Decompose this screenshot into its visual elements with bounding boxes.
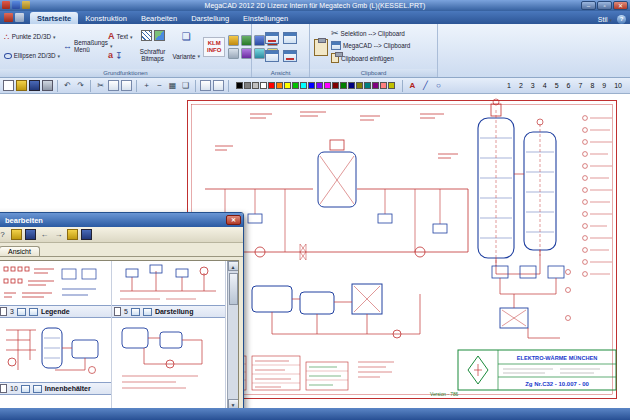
dialog-title-bar[interactable]: bearbeiten ✕: [0, 213, 243, 227]
dialog-scrollbar[interactable]: ▲ ▼: [227, 261, 238, 409]
tab-konstruktion[interactable]: Konstruktion: [78, 12, 134, 24]
zoom-out-icon[interactable]: −: [154, 80, 165, 91]
variant-preview-innenbehaelter[interactable]: [0, 318, 111, 382]
mini-tool-icon[interactable]: [241, 35, 252, 46]
copy-icon[interactable]: [108, 80, 119, 91]
dialog-save2-icon[interactable]: [81, 229, 92, 240]
maximize-button[interactable]: ▫: [597, 1, 612, 10]
circle-tool-icon[interactable]: ○: [433, 80, 444, 91]
save-icon[interactable]: [29, 80, 40, 91]
color-swatch[interactable]: [244, 82, 251, 89]
text-tool-icon[interactable]: A: [407, 80, 418, 91]
close-button[interactable]: ✕: [613, 1, 628, 10]
print-flag-icon[interactable]: [33, 385, 42, 393]
visibility-icon[interactable]: [21, 385, 30, 393]
color-swatch[interactable]: [340, 82, 347, 89]
color-swatch[interactable]: [300, 82, 307, 89]
line-tool-icon[interactable]: ╱: [420, 80, 431, 91]
schraffur-button[interactable]: [141, 30, 165, 41]
drawing-canvas[interactable]: ELEKTRO-WÄRME MÜNCHEN Zg Nr.C32 - 10.007…: [0, 94, 630, 408]
layers-icon[interactable]: ❏: [180, 80, 191, 91]
app-menu-icon2[interactable]: [15, 13, 24, 22]
variante-button[interactable]: ❏: [182, 32, 191, 42]
clipboard-icon[interactable]: [314, 39, 328, 56]
print-flag-icon[interactable]: [29, 308, 38, 316]
dialog-help-icon[interactable]: ?: [0, 229, 8, 240]
dialog-forward-icon[interactable]: →: [53, 229, 64, 240]
color-swatch[interactable]: [268, 82, 275, 89]
print-icon[interactable]: [42, 80, 53, 91]
redo-icon[interactable]: ↷: [75, 80, 86, 91]
color-swatch[interactable]: [260, 82, 267, 89]
color-swatch[interactable]: [316, 82, 323, 89]
color-swatch[interactable]: [308, 82, 315, 89]
leader-icon[interactable]: ↧: [115, 52, 123, 60]
dialog-tab-ansicht[interactable]: Ansicht: [0, 246, 40, 256]
color-swatch[interactable]: [380, 82, 387, 89]
print-flag-icon[interactable]: [143, 308, 152, 316]
color-swatch[interactable]: [364, 82, 371, 89]
view-window-icon[interactable]: [283, 32, 297, 44]
tab-startseite[interactable]: Startseite: [30, 12, 78, 24]
mini-tool-icon[interactable]: [228, 48, 239, 59]
new-file-icon[interactable]: [3, 80, 14, 91]
clipboard-einfuegen-button[interactable]: Clipboard einfügen: [331, 53, 410, 63]
dialog-save-icon[interactable]: [25, 229, 36, 240]
dialog-close-button[interactable]: ✕: [226, 215, 241, 225]
minimize-button[interactable]: –: [581, 1, 596, 10]
view-refresh-icon[interactable]: [265, 32, 279, 44]
tab-einstellungen[interactable]: Einstellungen: [236, 12, 295, 24]
color-swatch[interactable]: [236, 82, 243, 89]
app-menu-icon[interactable]: [4, 13, 13, 22]
text-button[interactable]: A Text▾: [108, 32, 133, 41]
view-split-icon[interactable]: [265, 50, 279, 62]
variant-row-darstellung[interactable]: 5 Darstellung: [112, 305, 225, 318]
tab-darstellung[interactable]: Darstellung: [184, 12, 236, 24]
visibility-icon[interactable]: [17, 308, 26, 316]
selektion-clipboard-button[interactable]: ✂ Selektion --> Clipboard: [331, 29, 410, 38]
color-swatch[interactable]: [332, 82, 339, 89]
color-swatch[interactable]: [348, 82, 355, 89]
scroll-up-icon[interactable]: ▲: [228, 261, 239, 271]
color-swatch[interactable]: [372, 82, 379, 89]
text-style-icon[interactable]: a: [108, 51, 113, 60]
variant-preview-darstellung[interactable]: [112, 261, 225, 305]
bemassung-button[interactable]: ↔ Bemaßungs Menü▾: [63, 39, 105, 53]
color-swatch[interactable]: [388, 82, 395, 89]
variant-row-innenbehaelter[interactable]: 10 Innenbehälter: [0, 382, 111, 395]
color-swatch[interactable]: [356, 82, 363, 89]
color-swatch[interactable]: [284, 82, 291, 89]
variant-preview-legende[interactable]: [0, 261, 111, 305]
visibility-icon[interactable]: [131, 308, 140, 316]
color-swatch[interactable]: [292, 82, 299, 89]
variant-preview-4[interactable]: [112, 318, 225, 395]
klm-info-button[interactable]: KLM INFO: [203, 37, 225, 57]
undo-quick-icon[interactable]: [22, 1, 30, 9]
view-zoom-icon[interactable]: [283, 50, 297, 62]
paste-tool-icon[interactable]: [121, 80, 132, 91]
color-swatch[interactable]: [324, 82, 331, 89]
ortho-icon[interactable]: [213, 80, 224, 91]
open-file-icon[interactable]: [16, 80, 27, 91]
mini-tool-icon[interactable]: [241, 48, 252, 59]
style-dropdown[interactable]: Stil ▾: [598, 16, 612, 23]
undo-icon[interactable]: ↶: [62, 80, 73, 91]
save-quick-icon[interactable]: [12, 1, 20, 9]
scroll-thumb[interactable]: [229, 273, 238, 305]
app-icon[interactable]: [2, 1, 10, 9]
dialog-back-icon[interactable]: ←: [39, 229, 50, 240]
zoom-in-icon[interactable]: +: [141, 80, 152, 91]
variant-row-legende[interactable]: 3 Legende: [0, 305, 111, 318]
punkte-button[interactable]: ∴ Punkte 2D/3D▾: [4, 33, 60, 41]
megacad-clipboard-button[interactable]: MegaCAD --> Clipboard: [331, 41, 410, 50]
dialog-open-icon[interactable]: [11, 229, 22, 240]
grid-icon[interactable]: ▦: [167, 80, 178, 91]
dialog-folder-icon[interactable]: [67, 229, 78, 240]
tab-bearbeiten[interactable]: Bearbeiten: [134, 12, 184, 24]
snap-icon[interactable]: [200, 80, 211, 91]
help-icon[interactable]: ?: [617, 15, 626, 24]
color-swatch[interactable]: [252, 82, 259, 89]
ellipsen-button[interactable]: Ellipsen 2D/3D▾: [4, 52, 60, 59]
mini-tool-icon[interactable]: [228, 35, 239, 46]
color-swatch[interactable]: [276, 82, 283, 89]
